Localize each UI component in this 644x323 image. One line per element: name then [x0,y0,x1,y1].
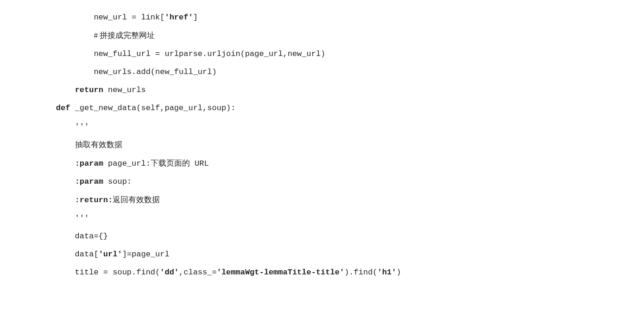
code-text: URL [190,159,209,168]
docstring-text: 返回有效数据 [113,195,160,204]
string-literal: 'dd' [160,268,179,277]
docstring-param: :param [75,177,103,186]
code-line-9: :param page_url:下载页面的 URL [37,154,644,173]
code-line-11: :return:返回有效数据 [37,191,644,209]
code-line-12: ''' [37,209,644,227]
docstring-close: ''' [37,214,89,223]
keyword-def: def [56,104,70,112]
string-literal: 'href' [164,13,193,22]
keyword-return: return [75,86,103,94]
code-text: page_url: [103,159,151,168]
code-text: new_full_url = urlparse.urljoin(page_url… [37,50,325,58]
indent [37,104,56,112]
code-line-13: data={} [37,227,644,245]
docstring-open: ''' [37,122,89,131]
code-text: new_urls [103,86,146,94]
docstring-param: :param [75,159,103,168]
code-line-7: ''' [37,118,644,136]
code-line-5: return new_urls [37,81,644,99]
code-line-3: new_full_url = urlparse.urljoin(page_url… [37,45,644,63]
string-literal: 'h1' [378,268,397,277]
code-text: title = soup.find( [37,268,160,277]
string-literal: 'url' [99,250,122,259]
code-text: _get_new_data(self,page_url,soup): [70,104,235,112]
code-line-10: :param soup: [37,173,644,191]
comment: # 拼接成完整网址 [94,31,155,40]
code-line-8: 抽取有效数据 [37,136,644,154]
code-text: data={} [37,232,108,241]
code-text: ,class_= [179,268,217,277]
code-line-14: data['url']=page_url [37,245,644,263]
code-block: new_url = link['href'] # 拼接成完整网址 new_ful… [37,8,644,281]
indent [37,141,75,149]
indent [37,196,75,205]
code-line-2: # 拼接成完整网址 [37,26,644,45]
code-text: data[ [37,250,99,259]
indent [37,159,75,168]
indent [37,31,94,40]
code-line-1: new_url = link['href'] [37,8,644,26]
code-text: ] [193,13,198,22]
indent [37,177,75,186]
indent [37,86,75,94]
string-literal: 'lemmaWgt-lemmaTitle-title' [217,268,344,277]
code-line-4: new_urls.add(new_full_url) [37,63,644,81]
code-text: soup: [103,177,132,186]
code-line-15: title = soup.find('dd',class_='lemmaWgt-… [37,263,644,281]
docstring-text: 抽取有效数据 [75,140,122,149]
code-text: ) [396,268,401,277]
code-text: new_urls.add(new_full_url) [37,68,217,76]
code-line-6: def _get_new_data(self,page_url,soup): [37,99,644,117]
code-text: ]=page_url [122,250,170,259]
docstring-text: 下载页面的 [151,159,190,168]
code-text: ).find( [344,268,377,277]
docstring-return: :return: [75,196,113,205]
code-text: new_url = link[ [37,13,164,22]
